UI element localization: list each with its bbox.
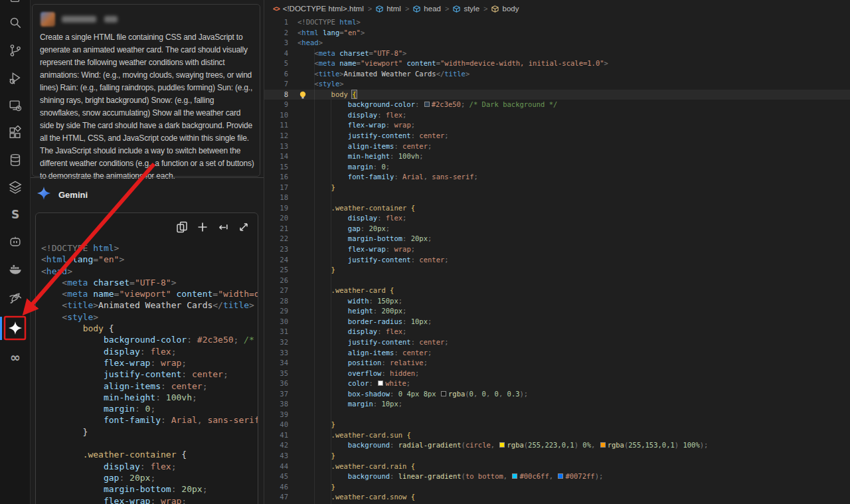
expand-button[interactable]	[238, 221, 250, 233]
line-number[interactable]: 35	[264, 369, 288, 379]
line-number[interactable]: 39	[264, 410, 288, 420]
line-number[interactable]: 21	[264, 224, 288, 234]
breadcrumb-label: body	[502, 5, 519, 13]
layers-icon[interactable]	[7, 179, 23, 195]
line-number[interactable]: 2	[264, 28, 288, 39]
infinity-icon[interactable]: ∞	[7, 349, 23, 365]
color-swatch[interactable]	[600, 442, 606, 448]
breadcrumb-item-html[interactable]: html	[376, 5, 401, 13]
run-debug-icon[interactable]	[7, 70, 23, 86]
code-line: margin-bottom: 20px;	[41, 483, 258, 495]
gemini-icon[interactable]	[7, 320, 23, 336]
line-number[interactable]: 13	[264, 141, 288, 152]
rocket-icon[interactable]	[7, 290, 23, 305]
active-indicator	[0, 317, 2, 340]
insert-new-file-button[interactable]	[197, 221, 209, 233]
line-number[interactable]: 26	[264, 276, 288, 286]
line-number[interactable]: 4	[264, 48, 288, 59]
color-swatch[interactable]	[558, 473, 563, 479]
line-number[interactable]: 3	[264, 38, 288, 48]
line-number[interactable]: 11	[264, 120, 288, 131]
files-partial-icon[interactable]	[7, 0, 23, 5]
line-number[interactable]: 12	[264, 131, 288, 141]
line-number[interactable]: 32	[264, 337, 288, 348]
line-number[interactable]: 45	[264, 471, 288, 482]
line-number[interactable]: 31	[264, 327, 288, 337]
line-number[interactable]: 16	[264, 172, 288, 183]
code-line: <meta charset="UTF-8">	[298, 48, 850, 59]
user-name-redacted	[62, 16, 96, 23]
code-line: <title>Animated Weather Cards</title>	[298, 69, 850, 80]
line-number[interactable]: 29	[264, 306, 288, 317]
code-line	[298, 276, 850, 286]
line-number[interactable]: 19	[264, 203, 288, 214]
search-icon[interactable]	[7, 15, 23, 31]
line-number[interactable]: 38	[264, 399, 288, 410]
extensions-icon[interactable]	[7, 125, 23, 141]
bot-icon[interactable]	[7, 234, 23, 250]
line-number[interactable]: 37	[264, 389, 288, 400]
line-number[interactable]: 43	[264, 451, 288, 462]
docker-icon[interactable]	[7, 262, 23, 278]
code-line: <head>	[41, 266, 258, 277]
line-number[interactable]: 44	[264, 462, 288, 472]
line-number[interactable]: 8	[264, 90, 288, 100]
line-number[interactable]: 33	[264, 348, 288, 359]
breadcrumb-item-body[interactable]: body	[491, 5, 519, 13]
editor-code[interactable]: <!DOCTYPE html><html lang="en"><head> <m…	[298, 17, 850, 504]
line-number[interactable]: 7	[264, 79, 288, 90]
line-number[interactable]: 41	[264, 430, 288, 441]
line-number[interactable]: 10	[264, 110, 288, 121]
panel-divider	[31, 177, 264, 178]
line-number[interactable]: 20	[264, 213, 288, 224]
line-number[interactable]: 27	[264, 286, 288, 296]
line-number[interactable]: 15	[264, 162, 288, 173]
line-number[interactable]: 14	[264, 151, 288, 162]
breadcrumb-item-head[interactable]: head	[413, 5, 441, 13]
breadcrumb: <><!DOCTYPE html>.html>html>head>style>b…	[273, 0, 519, 17]
line-number[interactable]: 34	[264, 358, 288, 369]
database-icon[interactable]	[7, 152, 23, 168]
remote-explorer-icon[interactable]	[7, 98, 23, 114]
color-swatch[interactable]	[378, 380, 383, 386]
breadcrumb-item-DOCTYPEhtmlhtml[interactable]: <><!DOCTYPE html>.html	[273, 5, 364, 13]
line-number[interactable]: 18	[264, 193, 288, 203]
code-line: <meta name="viewport" content="width=dev…	[41, 288, 258, 299]
code-line: }	[298, 482, 850, 493]
code-line: .weather-container {	[298, 203, 850, 214]
line-number[interactable]: 28	[264, 296, 288, 307]
line-number[interactable]: 23	[264, 244, 288, 255]
line-number[interactable]: 17	[264, 183, 288, 193]
code-line: background-color: #2c3e50; /* Dark backg…	[41, 334, 258, 345]
code-block-card: <!DOCTYPE html><html lang="en"><head> <m…	[35, 212, 258, 504]
line-number[interactable]: 30	[264, 317, 288, 327]
code-line: flex-wrap: wrap;	[41, 495, 258, 504]
line-number[interactable]: 24	[264, 255, 288, 266]
color-swatch[interactable]	[499, 442, 505, 448]
copy-button[interactable]	[176, 221, 188, 233]
line-number[interactable]: 42	[264, 440, 288, 451]
line-number[interactable]: 46	[264, 482, 288, 493]
line-number[interactable]: 22	[264, 234, 288, 244]
code-line: flex-wrap: wrap;	[41, 357, 258, 369]
color-swatch[interactable]	[512, 473, 517, 479]
line-number[interactable]: 9	[264, 100, 288, 110]
line-number[interactable]: 6	[264, 69, 288, 80]
line-number[interactable]: 25	[264, 265, 288, 276]
panel-code[interactable]: <!DOCTYPE html><html lang="en"><head> <m…	[41, 242, 258, 504]
line-number[interactable]: 40	[264, 420, 288, 430]
code-line: align-items: center;	[298, 141, 850, 152]
editor: <><!DOCTYPE html>.html>html>head>style>b…	[264, 0, 850, 504]
breadcrumb-item-style[interactable]: style	[453, 5, 479, 13]
line-number[interactable]: 5	[264, 58, 288, 69]
color-swatch[interactable]	[441, 391, 446, 396]
lightbulb-icon[interactable]	[299, 90, 307, 99]
line-number[interactable]: 36	[264, 378, 288, 389]
code-line: font-family: Arial, sans-serif;	[41, 414, 258, 426]
color-swatch[interactable]	[424, 102, 430, 107]
line-number[interactable]: 47	[264, 492, 288, 503]
line-number[interactable]: 1	[264, 17, 288, 28]
insert-at-cursor-button[interactable]	[217, 221, 229, 233]
source-control-icon[interactable]	[7, 42, 23, 58]
s-extension-icon[interactable]: S	[7, 207, 23, 222]
